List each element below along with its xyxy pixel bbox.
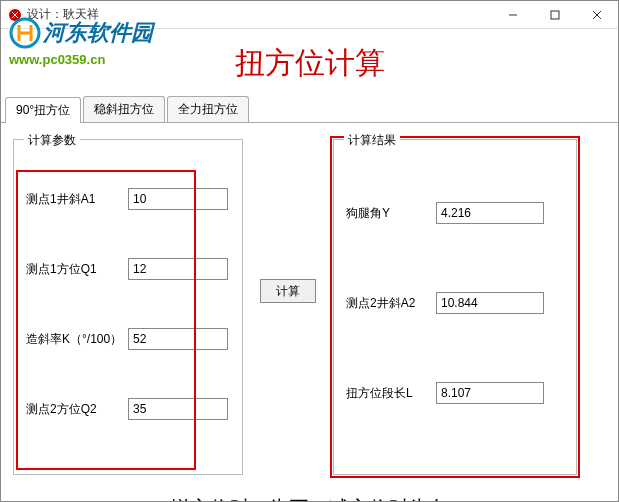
tab-bar: 90°扭方位 稳斜扭方位 全力扭方位 <box>1 96 618 123</box>
watermark-logo-icon <box>9 17 41 49</box>
minimize-button[interactable] <box>492 1 534 29</box>
footer-note: 增方位时W为正，减方位时为负 <box>1 485 618 502</box>
middle-column: 计算 <box>243 139 333 303</box>
highlight-right <box>330 136 580 478</box>
results-legend: 计算结果 <box>344 132 400 149</box>
params-fieldset: 计算参数 测点1井斜A1 测点1方位Q1 造斜率K（°/100） 测点2方位Q2 <box>13 139 243 475</box>
highlight-left <box>16 170 196 470</box>
results-fieldset: 计算结果 狗腿角Y 测点2井斜A2 扭方位段长L <box>333 139 577 475</box>
watermark-site-name: 河东软件园 <box>43 18 153 48</box>
tab-quanli[interactable]: 全力扭方位 <box>167 96 249 122</box>
tab-90deg[interactable]: 90°扭方位 <box>5 97 81 123</box>
content-area: 计算参数 测点1井斜A1 测点1方位Q1 造斜率K（°/100） 测点2方位Q2… <box>1 123 618 485</box>
watermark-url: www.pc0359.cn <box>9 52 153 67</box>
watermark: 河东软件园 www.pc0359.cn <box>9 17 153 67</box>
svg-rect-2 <box>551 11 559 19</box>
calculate-button[interactable]: 计算 <box>260 279 316 303</box>
window-controls <box>492 1 618 29</box>
close-button[interactable] <box>576 1 618 29</box>
maximize-button[interactable] <box>534 1 576 29</box>
tab-wenxie[interactable]: 稳斜扭方位 <box>83 96 165 122</box>
params-legend: 计算参数 <box>24 132 80 149</box>
